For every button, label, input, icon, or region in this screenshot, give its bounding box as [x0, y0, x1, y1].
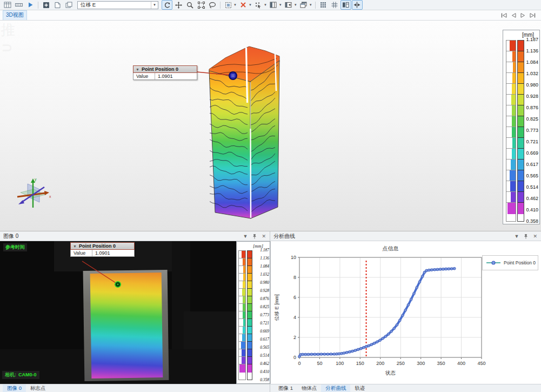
colorbar-band [518, 149, 524, 160]
histogram-bar [243, 274, 245, 281]
first-stage-button[interactable] [501, 13, 507, 18]
colorbar-band [248, 289, 252, 296]
toolbar-separator [220, 2, 221, 9]
panel-menu-icon[interactable]: ▼ [243, 234, 248, 239]
rotate-view-icon[interactable] [162, 0, 172, 10]
colorbar-band [248, 349, 252, 357]
chart-title: 点信息 [383, 245, 399, 251]
camera-view-icon[interactable] [283, 0, 294, 10]
tab-图像 0[interactable]: 图像 0 [3, 384, 26, 392]
align-views-icon[interactable] [352, 0, 363, 10]
colorbar-band [518, 170, 524, 181]
chevron-down-icon[interactable]: ▼ [279, 3, 282, 6]
colorbar-band [518, 105, 524, 116]
collapse-triangle-icon[interactable]: ▼ [136, 68, 139, 71]
previous-stage-button[interactable] [511, 13, 516, 18]
colorbar-tick-label: 0.876 [253, 296, 269, 301]
colorbar-tick-label: 0.565 [525, 173, 538, 178]
new-element-icon[interactable] [52, 0, 63, 10]
histogram-bar [507, 203, 516, 214]
pan-view-icon[interactable] [173, 0, 184, 10]
histogram-bar [510, 170, 516, 181]
close-icon[interactable]: ✕ [262, 234, 266, 239]
tab-标志点[interactable]: 标志点 [26, 384, 50, 392]
colorbar-tick-label: 0.928 [525, 94, 538, 99]
sync-views-icon[interactable] [340, 0, 351, 10]
colorbar-tick-label: 0.358 [253, 377, 269, 382]
fit-view-icon[interactable] [196, 0, 206, 10]
annotation-field-label: Value [71, 250, 92, 256]
select-area-icon[interactable] [223, 0, 233, 10]
histogram-bar [512, 51, 516, 62]
colorbar-tick-label: 0.876 [525, 105, 538, 110]
zoom-view-icon[interactable] [184, 0, 195, 10]
chevron-down-icon[interactable]: ▼ [249, 3, 252, 6]
collapse-triangle-icon[interactable]: ▼ [73, 244, 77, 248]
next-stage-button[interactable] [520, 13, 525, 18]
tab-分析曲线[interactable]: 分析曲线 [321, 384, 350, 392]
chart-xlabel: 状态 [385, 370, 396, 376]
colorbar-bands [247, 250, 252, 380]
toolbar-separator [315, 2, 316, 9]
chevron-down-icon[interactable]: ▼ [294, 3, 297, 6]
colorbar-3d: [mm]1.1871.1361.0841.0320.9800.9280.8760… [503, 30, 540, 224]
colorbar-band [248, 364, 252, 373]
tab-轨迹[interactable]: 轨迹 [350, 384, 369, 392]
chevron-down-icon[interactable]: ▼ [233, 3, 237, 6]
tab-物体点[interactable]: 物体点 [297, 384, 322, 392]
result-dropdown[interactable]: 位移 E ▼ [77, 1, 158, 9]
cascade-windows-icon[interactable] [298, 0, 309, 10]
add-element-icon[interactable] [41, 0, 51, 10]
grid-lines-icon[interactable] [329, 0, 340, 10]
chevron-down-icon[interactable]: ▼ [309, 3, 312, 6]
point-annotation-camera[interactable]: ▼ Point Position 0 Value 1.0901 [70, 242, 135, 257]
histogram-bar [512, 127, 516, 137]
chart-legend[interactable]: Point Position 0 [482, 255, 538, 270]
annotation-field-label: Value [133, 73, 155, 79]
last-stage-button[interactable] [530, 13, 536, 18]
point-annotation-3d[interactable]: ▼ Point Position 0 Value 1.0901 [133, 65, 197, 80]
svg-text:400: 400 [457, 361, 465, 366]
colorbar-tick-label: 0.721 [253, 321, 269, 325]
histogram-bar [242, 357, 245, 364]
close-icon[interactable]: ✕ [533, 234, 537, 239]
timeline-icon[interactable] [14, 0, 24, 10]
curve-panel-header: 分析曲线 ▼ ✕ [270, 231, 541, 241]
colorbar-tick-label: 0.773 [525, 128, 538, 133]
panel-menu-icon[interactable]: ▼ [515, 234, 519, 239]
tab-3d-view[interactable]: 3D视图 [3, 10, 27, 20]
histogram-bar [511, 160, 516, 170]
3d-viewport[interactable]: 推⊃ y x ▼ Point Position 0 Value 1.0901 [0, 21, 541, 231]
select-points-icon[interactable] [253, 0, 264, 10]
svg-text:300: 300 [417, 361, 425, 366]
chevron-down-icon[interactable]: ▼ [264, 3, 267, 6]
delete-selection-icon[interactable] [238, 0, 249, 10]
colorbar-tick-label: 0.825 [525, 116, 538, 122]
gizmo-y-label: y [35, 177, 37, 182]
colorbar-tick-label: 0.928 [253, 288, 269, 293]
pin-icon[interactable] [524, 234, 528, 239]
histogram-bar [513, 62, 516, 72]
camera-image-view[interactable]: 参考时间 相机:CAM0-0 ▼ Point Position 0 Value … [0, 241, 236, 384]
colorbar-band [248, 342, 252, 349]
clone-element-icon[interactable] [63, 0, 74, 10]
play-icon[interactable] [25, 0, 36, 10]
grid-dots-icon[interactable] [318, 0, 329, 10]
svg-text:0: 0 [293, 355, 296, 360]
colorbar-band [518, 41, 524, 51]
histogram-bar [242, 349, 245, 356]
colorbar-tick-label: 1.187 [525, 37, 538, 42]
histogram-bar [241, 342, 245, 349]
orientation-gizmo[interactable]: y x [13, 176, 53, 213]
histogram-bar [243, 319, 245, 326]
colorbar-tick-label: 0.669 [525, 150, 538, 156]
svg-text:100: 100 [336, 361, 344, 366]
report-table-icon[interactable] [2, 0, 13, 10]
annotation-value: 1.0901 [92, 250, 134, 256]
layout-columns-icon[interactable] [268, 0, 279, 10]
colorbar-tick-label: 0.773 [253, 313, 269, 317]
chevron-down-icon[interactable]: ▼ [151, 2, 158, 9]
pin-icon[interactable] [252, 234, 257, 239]
lasso-select-icon[interactable] [207, 0, 218, 10]
tab-图像 1[interactable]: 图像 1 [274, 384, 297, 392]
